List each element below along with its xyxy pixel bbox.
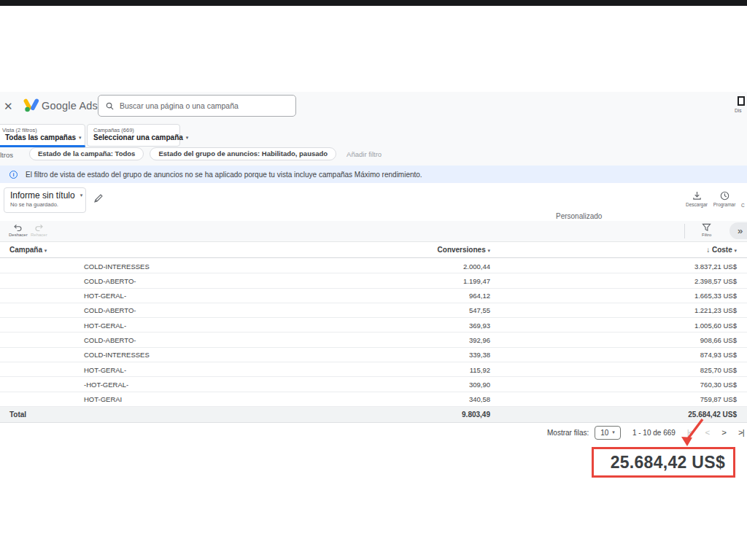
conversions-cell: 547,55 <box>469 306 490 314</box>
campaign-cell[interactable]: HOT-GERAL- <box>84 292 126 300</box>
conversions-cell: 115,92 <box>470 366 490 374</box>
cost-header-label: Coste <box>712 246 732 254</box>
first-page-icon[interactable]: |< <box>687 428 693 437</box>
campaign-selector-label: Campañas (669) <box>93 127 174 133</box>
cost-cell: 1.665,33 US$ <box>694 292 737 300</box>
chip-adgroup-status[interactable]: Estado del grupo de anuncios: Habilitado… <box>150 147 336 160</box>
chip-campaign-status[interactable]: Estado de la campaña: Todos <box>29 147 144 160</box>
total-cost: 25.684,42 US$ <box>688 411 737 419</box>
conversions-cell: 1.199,47 <box>463 277 490 285</box>
table-row[interactable]: COLD-ABERTO- 1.199,47 2.398,57 US$ <box>0 273 747 288</box>
table-row[interactable]: COLD-INTERESSES 339,38 874,93 US$ <box>0 348 747 362</box>
column-header-conversions[interactable]: Conversiones ▾ <box>438 246 490 254</box>
redo-icon <box>34 223 44 232</box>
conversions-cell: 339,38 <box>469 351 490 359</box>
cost-cell: 825,70 US$ <box>700 366 737 374</box>
campaign-cell[interactable]: COLD-ABERTO- <box>84 277 136 285</box>
column-header-cost[interactable]: ↓ Coste ▾ <box>706 246 737 254</box>
filter-button[interactable]: Filtro <box>702 223 711 237</box>
add-filter-button[interactable]: Añadir filtro <box>347 150 382 158</box>
report-title-dropdown[interactable]: Informe sin título ▾ No se ha guardado. <box>4 187 86 213</box>
date-range-label[interactable]: Personalizado <box>556 212 602 220</box>
view-selector-label: Vista (2 filtros) <box>2 127 79 133</box>
chevron-down-icon: ▾ <box>44 248 47 253</box>
rows-per-page-select[interactable]: 10 ▾ <box>595 426 621 440</box>
brand-title: Google Ads <box>42 100 98 112</box>
table-row[interactable]: HOT-GERAI 340,58 759,87 US$ <box>0 392 747 407</box>
conversions-cell: 309,90 <box>469 381 490 389</box>
highlighted-total-cost-box: 25.684,42 US$ <box>592 447 735 478</box>
campaign-cell[interactable]: HOT-GERAL- <box>84 322 126 330</box>
table-row[interactable]: COLD-ABERTO- 392,96 908,66 US$ <box>0 332 747 347</box>
edit-pencil-icon[interactable] <box>93 193 104 203</box>
next-page-icon[interactable]: > <box>721 428 726 437</box>
undo-icon <box>13 223 23 232</box>
campaign-cell[interactable]: -HOT-GERAL- <box>84 381 128 389</box>
report-title: Informe sin título <box>10 190 75 201</box>
browser-tabstrip-sliver <box>0 0 747 6</box>
clock-icon <box>720 191 729 201</box>
conversions-cell: 369,93 <box>469 322 490 330</box>
truncated-action-label: C <box>741 203 745 208</box>
table-row[interactable]: -HOT-GERAL- 309,90 760,30 US$ <box>0 377 747 392</box>
chevron-down-icon: ▾ <box>487 248 490 253</box>
filter-chip-row: Estado de la campaña: Todos Estado del g… <box>29 147 382 160</box>
report-save-status: No se ha guardado. <box>10 201 80 208</box>
sort-descending-icon: ↓ <box>706 246 710 254</box>
chevron-down-icon: ▾ <box>80 192 83 198</box>
view-selector[interactable]: Vista (2 filtros) Todas las campañas ▾ <box>0 124 85 147</box>
rows-per-page-value: 10 <box>600 429 608 437</box>
table-body: COLD-INTERESSES 2.000,44 3.837,21 US$ CO… <box>0 259 747 407</box>
table-row[interactable]: COLD-INTERESSES 2.000,44 3.837,21 US$ <box>0 259 747 273</box>
pagination-bar: Mostrar filas: 10 ▾ 1 - 10 de 669 |< < >… <box>547 423 744 442</box>
conversions-cell: 340,58 <box>469 395 490 403</box>
campaign-cell[interactable]: COLD-ABERTO- <box>84 306 136 314</box>
table-total-row: Total 9.803,49 25.684,42 US$ <box>0 407 747 423</box>
campaign-selector[interactable]: Campañas (669) Seleccionar una campaña ▾ <box>87 124 180 147</box>
redo-label: Rehacer <box>31 233 47 237</box>
conversions-header-label: Conversiones <box>438 246 486 254</box>
google-ads-report-screen: ✕ Google Ads Buscar una página o una cam… <box>0 0 747 560</box>
conversions-cell: 2.000,44 <box>463 262 490 271</box>
column-header-campaign[interactable]: Campaña ▾ <box>9 246 47 254</box>
download-label: Descargar <box>686 202 708 207</box>
cost-cell: 908,66 US$ <box>700 336 737 344</box>
campaign-cell[interactable]: HOT-GERAI <box>84 395 122 403</box>
undo-button[interactable]: Deshacer <box>9 223 28 237</box>
redo-button[interactable]: Rehacer <box>31 223 47 237</box>
close-icon[interactable]: ✕ <box>4 100 13 113</box>
campaign-cell[interactable]: COLD-INTERESSES <box>84 351 150 359</box>
table-row[interactable]: HOT-GERAL- 369,93 1.005,60 US$ <box>0 318 747 332</box>
report-toolbar: Deshacer Rehacer Filtro » <box>0 221 747 242</box>
info-icon: i <box>9 171 18 179</box>
table-row[interactable]: HOT-GERAL- 964,12 1.665,33 US$ <box>0 289 747 303</box>
last-page-icon[interactable]: >| <box>738 428 744 437</box>
expand-panel-button[interactable]: » <box>729 222 747 239</box>
chevron-down-icon: ▾ <box>79 135 82 141</box>
campaign-cell[interactable]: COLD-INTERESSES <box>84 262 150 271</box>
chevron-down-icon: ▾ <box>612 429 615 435</box>
cost-cell: 2.398,57 US$ <box>694 277 737 285</box>
schedule-button[interactable]: Programar <box>708 191 741 207</box>
campaign-cell[interactable]: COLD-ABERTO- <box>84 336 136 344</box>
previous-page-icon[interactable]: < <box>705 428 710 437</box>
campaign-cell[interactable]: HOT-GERAL- <box>84 366 126 374</box>
rows-per-page-label: Mostrar filas: <box>547 429 589 437</box>
cost-cell: 3.837,21 US$ <box>694 262 737 271</box>
search-input[interactable]: Buscar una página o una campaña <box>98 95 296 117</box>
table-row[interactable]: HOT-GERAL- 115,92 825,70 US$ <box>0 362 747 377</box>
cost-cell: 759,87 US$ <box>700 395 737 403</box>
conversions-cell: 964,12 <box>469 292 490 300</box>
filter-label: Filtro <box>702 233 711 237</box>
table-header-row: Campaña ▾ Conversiones ▾ ↓ Coste ▾ <box>0 242 747 258</box>
schedule-label: Programar <box>713 202 736 207</box>
table-row[interactable]: COLD-ABERTO- 547,55 1.221,23 US$ <box>0 303 747 318</box>
conversions-cell: 392,96 <box>469 336 490 344</box>
highlighted-total-cost-value: 25.684,42 US$ <box>611 453 725 472</box>
pagination-range: 1 - 10 de 669 <box>632 429 676 437</box>
filters-truncated-label: ltros <box>0 151 13 159</box>
notice-banner: i El filtro de vista de estado del grupo… <box>0 166 747 183</box>
cost-cell: 760,30 US$ <box>700 381 737 389</box>
cost-cell: 1.005,60 US$ <box>694 322 737 330</box>
undo-label: Deshacer <box>9 233 28 237</box>
